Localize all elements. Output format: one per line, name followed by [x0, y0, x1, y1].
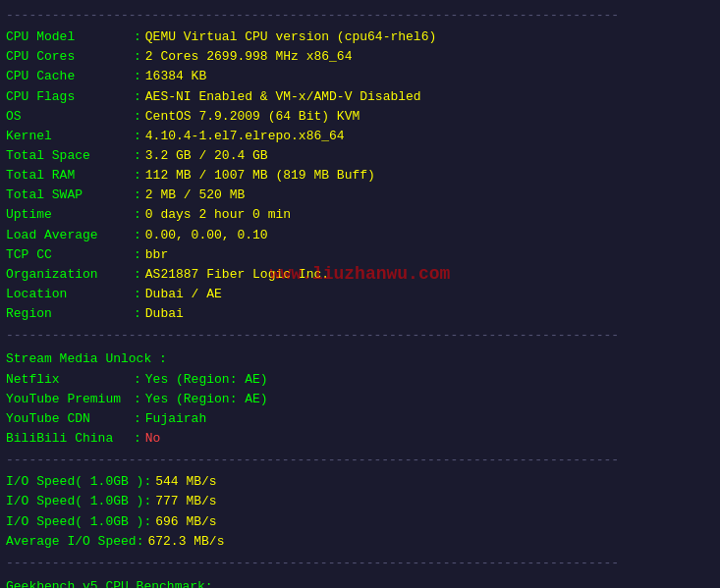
- youtube-cdn-value: Fujairah: [145, 409, 206, 429]
- tcp-cc-row: TCP CC : bbr: [6, 245, 714, 265]
- avg-io-speed-value: 672.3 MB/s: [147, 532, 224, 552]
- divider-3: ----------------------------------------…: [6, 451, 714, 470]
- cpu-cores-value: 2 Cores 2699.998 MHz x86_64: [145, 47, 353, 67]
- load-average-label: Load Average: [6, 226, 134, 245]
- avg-io-speed-row: Average I/O Speed : 672.3 MB/s: [6, 532, 714, 552]
- location-label: Location: [6, 285, 134, 304]
- cpu-model-label: CPU Model: [6, 27, 134, 47]
- cpu-cache-value: 16384 KB: [145, 67, 206, 86]
- cpu-model-row: CPU Model : QEMU Virtual CPU version (cp…: [6, 27, 714, 47]
- stream-title: Stream Media Unlock :: [6, 349, 167, 369]
- os-value: CentOS 7.9.2009 (64 Bit) KVM: [145, 107, 360, 127]
- region-row: Region : Dubai: [6, 304, 714, 324]
- os-label: OS: [6, 107, 134, 127]
- system-info-section: CPU Model : QEMU Virtual CPU version (cp…: [6, 27, 714, 324]
- stream-title-row: Stream Media Unlock :: [6, 347, 714, 369]
- organization-label: Organization: [6, 265, 134, 285]
- youtube-premium-row: YouTube Premium : Yes (Region: AE): [6, 390, 714, 409]
- cpu-cores-row: CPU Cores : 2 Cores 2699.998 MHz x86_64: [6, 47, 714, 67]
- netflix-value: Yes (Region: AE): [145, 370, 268, 390]
- bilibili-row: BiliBili China : No: [6, 429, 714, 449]
- stream-media-section: Stream Media Unlock : Netflix : Yes (Reg…: [6, 347, 714, 449]
- load-average-value: 0.00, 0.00, 0.10: [145, 226, 268, 245]
- uptime-label: Uptime: [6, 205, 134, 225]
- cpu-model-value: QEMU Virtual CPU version (cpu64-rhel6): [145, 27, 436, 47]
- geekbench-title: Geekbench v5 CPU Benchmark:: [6, 577, 213, 588]
- netflix-row: Netflix : Yes (Region: AE): [6, 370, 714, 390]
- io-speed-3-value: 696 MB/s: [155, 512, 216, 532]
- total-space-row: Total Space : 3.2 GB / 20.4 GB: [6, 146, 714, 166]
- total-space-label: Total Space: [6, 146, 134, 166]
- uptime-row: Uptime : 0 days 2 hour 0 min: [6, 205, 714, 225]
- divider-top: ----------------------------------------…: [6, 6, 714, 26]
- cpu-flags-row: CPU Flags : AES-NI Enabled & VM-x/AMD-V …: [6, 87, 714, 107]
- region-label: Region: [6, 304, 134, 324]
- kernel-label: Kernel: [6, 127, 134, 146]
- io-speed-section: I/O Speed( 1.0GB ) : 544 MB/s I/O Speed(…: [6, 472, 714, 552]
- total-ram-row: Total RAM : 112 MB / 1007 MB (819 MB Buf…: [6, 166, 714, 186]
- io-speed-2-label: I/O Speed( 1.0GB ): [6, 492, 143, 511]
- total-ram-value: 112 MB / 1007 MB (819 MB Buff): [145, 166, 375, 186]
- total-ram-label: Total RAM: [6, 166, 134, 186]
- cpu-flags-label: CPU Flags: [6, 87, 134, 107]
- io-speed-1-row: I/O Speed( 1.0GB ) : 544 MB/s: [6, 472, 714, 492]
- total-swap-row: Total SWAP : 2 MB / 520 MB: [6, 186, 714, 205]
- youtube-premium-value: Yes (Region: AE): [145, 390, 268, 409]
- total-swap-value: 2 MB / 520 MB: [145, 186, 245, 205]
- kernel-row: Kernel : 4.10.4-1.el7.elrepo.x86_64: [6, 127, 714, 146]
- location-row: Location : Dubai / AE: [6, 285, 714, 304]
- cpu-cache-label: CPU Cache: [6, 67, 134, 86]
- total-space-value: 3.2 GB / 20.4 GB: [145, 146, 268, 166]
- cpu-flags-value: AES-NI Enabled & VM-x/AMD-V Disabled: [145, 87, 421, 107]
- youtube-cdn-row: YouTube CDN : Fujairah: [6, 409, 714, 429]
- os-row: OS : CentOS 7.9.2009 (64 Bit) KVM: [6, 107, 714, 127]
- io-speed-1-label: I/O Speed( 1.0GB ): [6, 472, 143, 492]
- load-average-row: Load Average : 0.00, 0.00, 0.10: [6, 226, 714, 245]
- organization-value: AS21887 Fiber Logic Inc.: [145, 265, 329, 285]
- bilibili-value: No: [145, 429, 161, 449]
- total-swap-label: Total SWAP: [6, 186, 134, 205]
- geekbench-section: Geekbench v5 CPU Benchmark: Single Core …: [6, 575, 714, 588]
- youtube-cdn-label: YouTube CDN: [6, 409, 134, 429]
- divider-2: ----------------------------------------…: [6, 326, 714, 346]
- location-value: Dubai / AE: [145, 285, 222, 304]
- io-speed-1-value: 544 MB/s: [155, 472, 216, 492]
- avg-io-speed-label: Average I/O Speed: [6, 532, 137, 552]
- io-speed-2-value: 777 MB/s: [155, 492, 216, 511]
- divider-4: ----------------------------------------…: [6, 554, 714, 573]
- io-speed-2-row: I/O Speed( 1.0GB ) : 777 MB/s: [6, 492, 714, 511]
- bilibili-label: BiliBili China: [6, 429, 134, 449]
- io-speed-3-label: I/O Speed( 1.0GB ): [6, 512, 143, 532]
- region-value: Dubai: [145, 304, 184, 324]
- netflix-label: Netflix: [6, 370, 134, 390]
- uptime-value: 0 days 2 hour 0 min: [145, 205, 291, 225]
- organization-row: Organization : AS21887 Fiber Logic Inc.: [6, 265, 714, 285]
- cpu-cores-label: CPU Cores: [6, 47, 134, 67]
- geekbench-title-row: Geekbench v5 CPU Benchmark:: [6, 575, 714, 588]
- cpu-cache-row: CPU Cache : 16384 KB: [6, 67, 714, 86]
- kernel-value: 4.10.4-1.el7.elrepo.x86_64: [145, 127, 345, 146]
- tcp-cc-value: bbr: [145, 245, 168, 265]
- youtube-premium-label: YouTube Premium: [6, 390, 134, 409]
- io-speed-3-row: I/O Speed( 1.0GB ) : 696 MB/s: [6, 512, 714, 532]
- tcp-cc-label: TCP CC: [6, 245, 134, 265]
